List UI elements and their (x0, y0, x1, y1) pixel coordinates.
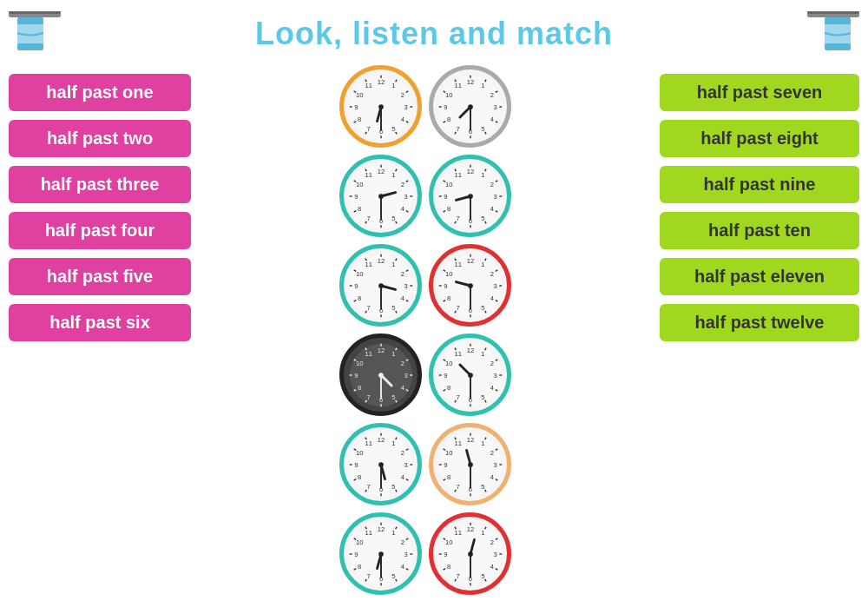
svg-text:3: 3 (493, 281, 496, 289)
svg-text:2: 2 (490, 180, 493, 188)
svg-text:12: 12 (377, 347, 384, 354)
svg-text:7: 7 (366, 303, 370, 311)
left-label-4[interactable]: half past five (9, 258, 191, 295)
svg-text:8: 8 (447, 294, 450, 302)
svg-text:11: 11 (365, 261, 372, 268)
svg-text:12: 12 (377, 525, 384, 533)
svg-point-261 (468, 283, 473, 288)
left-clock-1: 121234567891011 (339, 155, 422, 237)
svg-text:5: 5 (391, 214, 395, 221)
deco-left (4, 4, 74, 56)
svg-text:8: 8 (358, 116, 361, 123)
svg-text:11: 11 (454, 439, 461, 447)
svg-text:12: 12 (466, 78, 473, 86)
left-label-0[interactable]: half past one (9, 74, 191, 111)
svg-text:9: 9 (444, 281, 447, 289)
svg-text:11: 11 (365, 529, 372, 537)
left-labels: half past onehalf past twohalf past thre… (9, 65, 191, 341)
svg-text:3: 3 (493, 371, 496, 379)
svg-text:5: 5 (481, 214, 484, 221)
svg-text:1: 1 (391, 82, 395, 89)
svg-text:11: 11 (454, 261, 461, 268)
svg-text:8: 8 (358, 473, 361, 481)
svg-text:11: 11 (454, 82, 461, 89)
svg-text:11: 11 (365, 439, 372, 447)
svg-text:12: 12 (466, 436, 473, 444)
svg-text:2: 2 (400, 448, 404, 456)
svg-point-177 (378, 551, 384, 557)
svg-point-149 (378, 462, 384, 467)
left-label-5[interactable]: half past six (9, 304, 191, 341)
page-title: Look, listen and match (0, 0, 868, 61)
right-label-1[interactable]: half past eight (660, 120, 859, 157)
svg-rect-1 (9, 11, 61, 14)
svg-text:9: 9 (354, 371, 358, 379)
svg-text:10: 10 (356, 448, 363, 456)
svg-text:8: 8 (447, 473, 450, 481)
right-label-4[interactable]: half past eleven (660, 258, 859, 295)
svg-text:3: 3 (404, 192, 407, 200)
svg-text:7: 7 (456, 571, 459, 579)
svg-text:2: 2 (400, 180, 404, 188)
left-label-2[interactable]: half past three (9, 166, 191, 203)
svg-point-65 (378, 194, 384, 199)
svg-text:9: 9 (354, 550, 358, 558)
right-clock-3: 121234567891011 (429, 333, 511, 416)
svg-rect-4 (17, 43, 43, 50)
svg-text:10: 10 (445, 538, 452, 545)
svg-text:9: 9 (354, 281, 358, 289)
svg-text:1: 1 (391, 171, 395, 179)
svg-text:10: 10 (356, 538, 363, 545)
right-clock-0: 121234567891011 (429, 65, 511, 148)
svg-text:10: 10 (356, 269, 363, 277)
left-label-3[interactable]: half past four (9, 212, 191, 249)
svg-text:5: 5 (481, 303, 484, 311)
left-label-1[interactable]: half past two (9, 120, 191, 157)
svg-text:1: 1 (481, 350, 484, 358)
svg-text:2: 2 (400, 359, 404, 366)
svg-text:3: 3 (404, 371, 407, 379)
svg-text:8: 8 (447, 384, 450, 392)
svg-text:2: 2 (490, 359, 493, 366)
svg-text:9: 9 (444, 192, 447, 200)
svg-text:10: 10 (356, 359, 363, 366)
svg-text:9: 9 (444, 102, 447, 110)
right-label-2[interactable]: half past nine (660, 166, 859, 203)
svg-text:9: 9 (354, 192, 358, 200)
svg-text:8: 8 (447, 205, 450, 213)
svg-text:10: 10 (445, 90, 452, 98)
svg-text:10: 10 (445, 180, 452, 188)
right-clock-2: 121234567891011 (429, 244, 511, 327)
svg-text:12: 12 (377, 436, 384, 444)
svg-text:7: 7 (366, 124, 370, 132)
svg-text:3: 3 (493, 192, 496, 200)
right-label-0[interactable]: half past seven (660, 74, 859, 111)
main-layout: half past onehalf past twohalf past thre… (0, 65, 868, 595)
svg-text:3: 3 (404, 460, 407, 468)
svg-text:12: 12 (466, 257, 473, 265)
left-clock-0: 121234567891011 (339, 65, 422, 148)
svg-text:11: 11 (365, 171, 372, 179)
svg-text:3: 3 (493, 460, 496, 468)
svg-text:11: 11 (454, 529, 461, 537)
svg-text:10: 10 (445, 269, 452, 277)
svg-point-205 (468, 104, 473, 109)
right-label-5[interactable]: half past twelve (660, 304, 859, 341)
svg-text:11: 11 (365, 350, 372, 358)
svg-text:1: 1 (481, 171, 484, 179)
svg-rect-6 (807, 11, 859, 14)
right-label-3[interactable]: half past ten (660, 212, 859, 249)
svg-text:12: 12 (377, 78, 384, 86)
svg-text:11: 11 (454, 350, 461, 358)
svg-text:7: 7 (456, 124, 459, 132)
svg-text:2: 2 (490, 90, 493, 98)
svg-text:1: 1 (391, 261, 395, 268)
svg-text:10: 10 (356, 180, 363, 188)
left-clock-4: 121234567891011 (339, 423, 422, 505)
svg-text:8: 8 (358, 205, 361, 213)
svg-text:1: 1 (481, 529, 484, 537)
svg-text:9: 9 (354, 460, 358, 468)
svg-text:1: 1 (481, 82, 484, 89)
svg-point-93 (378, 283, 384, 288)
svg-text:5: 5 (481, 482, 484, 490)
